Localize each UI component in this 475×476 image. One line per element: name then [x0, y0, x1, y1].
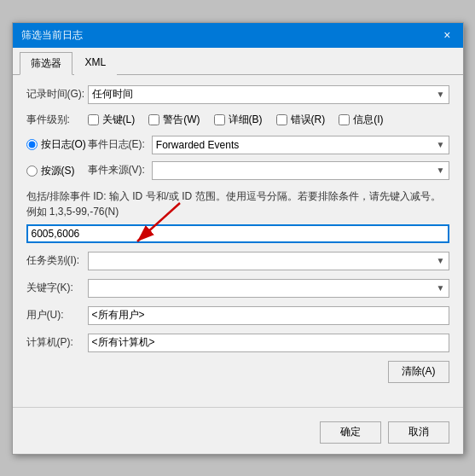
by-source-radio-label[interactable]: 按源(S)	[26, 164, 88, 178]
level-label: 事件级别:	[26, 113, 88, 127]
level-verbose[interactable]: 详细(B)	[214, 113, 263, 127]
level-information[interactable]: 信息(I)	[339, 113, 383, 127]
keyword-dropdown-icon: ▼	[437, 283, 445, 293]
computer-input[interactable]	[88, 334, 449, 352]
time-dropdown-icon: ▼	[437, 90, 445, 99]
description-text: 包括/排除事件 ID: 输入 ID 号和/或 ID 范围。使用逗号分隔。若要排除…	[26, 189, 449, 219]
event-id-input[interactable]	[26, 224, 449, 243]
bottom-buttons: 确定 取消	[13, 415, 463, 454]
level-row: 事件级别: 关键(L) 警告(W) 详细(B) 错误(R)	[26, 113, 449, 127]
tab-xml[interactable]: XML	[74, 52, 118, 75]
tab-bar: 筛选器 XML	[13, 48, 463, 75]
event-log-dropdown-icon: ▼	[437, 140, 445, 149]
event-source-row: 事件来源(V): ▼	[88, 161, 449, 180]
error-checkbox[interactable]	[276, 114, 287, 125]
close-button[interactable]: ×	[440, 29, 454, 41]
keyword-combobox[interactable]: ▼	[88, 279, 449, 298]
divider	[13, 407, 463, 408]
task-label: 任务类别(I):	[26, 253, 88, 268]
user-input[interactable]	[88, 306, 449, 325]
level-checkboxes: 关键(L) 警告(W) 详细(B) 错误(R) 信息(I)	[88, 113, 449, 127]
time-combobox[interactable]: 任何时间 ▼	[88, 85, 449, 104]
task-control: ▼	[88, 252, 449, 270]
by-log-radio-label[interactable]: 按日志(O)	[26, 137, 88, 152]
by-log-radio[interactable]	[26, 139, 38, 150]
event-log-row: 事件日志(E): Forwarded Events ▼	[88, 136, 449, 154]
task-combobox[interactable]: ▼	[88, 252, 449, 270]
task-row: 任务类别(I): ▼	[26, 252, 449, 270]
filter-dialog: 筛选当前日志 × 筛选器 XML 记录时间(G): 任何时间 ▼ 事件级别:	[12, 22, 464, 455]
tab-filter[interactable]: 筛选器	[20, 52, 72, 75]
user-row: 用户(U):	[26, 306, 449, 325]
log-source-section: 按日志(O) 按源(S) 事件日志(E): Forwarded Events ▼	[26, 136, 449, 180]
event-source-combobox[interactable]: ▼	[152, 161, 449, 180]
fields-col: 事件日志(E): Forwarded Events ▼ 事件来源(V): ▼	[88, 136, 449, 180]
verbose-checkbox[interactable]	[214, 114, 225, 125]
event-source-dropdown-icon: ▼	[437, 165, 445, 175]
keyword-label: 关键字(K):	[26, 281, 88, 295]
event-log-combobox[interactable]: Forwarded Events ▼	[152, 136, 449, 154]
clear-button[interactable]: 清除(A)	[388, 361, 449, 383]
cancel-button[interactable]: 取消	[388, 421, 449, 444]
by-source-radio[interactable]	[26, 165, 38, 177]
event-log-label: 事件日志(E):	[88, 137, 145, 152]
time-row: 记录时间(G): 任何时间 ▼	[26, 85, 449, 104]
level-warning[interactable]: 警告(W)	[148, 113, 200, 127]
keyword-control: ▼	[88, 279, 449, 298]
event-id-container	[26, 224, 449, 243]
level-error[interactable]: 错误(R)	[276, 113, 326, 127]
keyword-row: 关键字(K): ▼	[26, 279, 449, 298]
ok-button[interactable]: 确定	[320, 421, 381, 444]
filter-content: 记录时间(G): 任何时间 ▼ 事件级别: 关键(L) 警告(W)	[13, 75, 463, 400]
computer-row: 计算机(P):	[26, 334, 449, 352]
information-checkbox[interactable]	[339, 114, 350, 125]
radio-col: 按日志(O) 按源(S)	[26, 136, 88, 180]
user-label: 用户(U):	[26, 308, 88, 322]
event-source-label: 事件来源(V):	[88, 163, 145, 177]
task-dropdown-icon: ▼	[437, 256, 445, 265]
title-bar: 筛选当前日志 ×	[13, 23, 463, 48]
event-log-value: Forwarded Events	[156, 139, 239, 151]
computer-label: 计算机(P):	[26, 335, 88, 350]
time-control: 任何时间 ▼	[88, 85, 449, 104]
time-value: 任何时间	[92, 87, 133, 102]
time-label: 记录时间(G):	[26, 87, 88, 102]
level-critical[interactable]: 关键(L)	[88, 113, 136, 127]
dialog-title: 筛选当前日志	[21, 28, 83, 43]
clear-row: 清除(A)	[26, 361, 449, 383]
warning-checkbox[interactable]	[148, 114, 159, 125]
critical-checkbox[interactable]	[88, 114, 99, 125]
